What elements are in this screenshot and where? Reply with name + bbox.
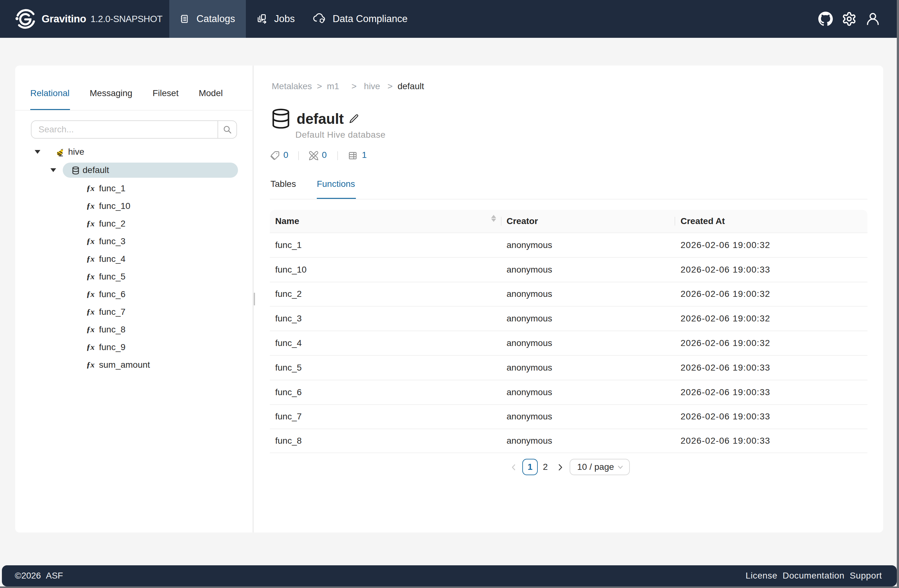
svg-text:HIVE: HIVE [59,155,63,157]
